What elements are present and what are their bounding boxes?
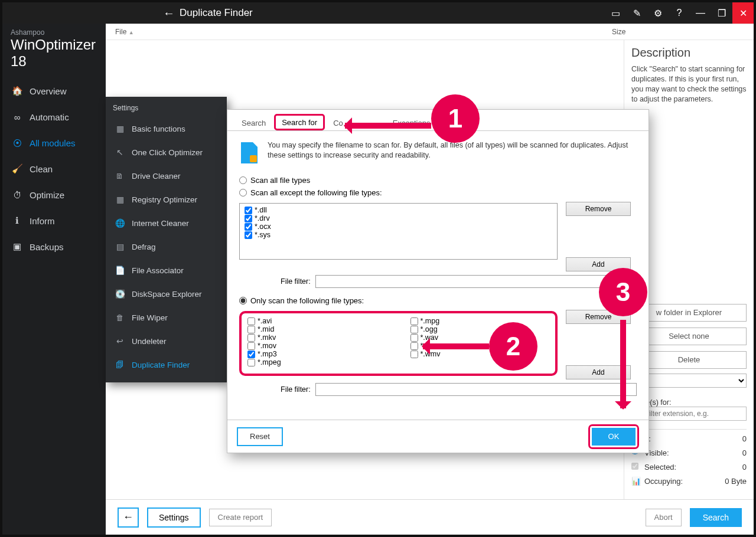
home-icon: 🏠: [12, 86, 22, 96]
inform-icon: ℹ: [12, 215, 22, 226]
module-label: Undeleter: [132, 337, 167, 346]
tab-search[interactable]: Search: [236, 115, 272, 130]
bottom-abort-button[interactable]: Abort: [646, 509, 682, 526]
sidebar-item-overview[interactable]: 🏠Overview: [2, 78, 106, 104]
defrag-icon: ▤: [114, 241, 126, 253]
automatic-icon: ∞: [12, 112, 22, 122]
radio-scan-except[interactable]: Scan all except the following file types…: [239, 188, 637, 197]
module-diskspace-explorer[interactable]: 💽DiskSpace Explorer: [106, 282, 227, 306]
modules-flyout: Settings ▦Basic functions ↖One Click Opt…: [106, 97, 227, 382]
dialog-reset-button[interactable]: Reset: [237, 427, 283, 446]
except-remove-button[interactable]: Remove: [566, 202, 631, 216]
sidebar: Ashampoo WinOptimizer 18 🏠Overview ∞Auto…: [2, 24, 106, 535]
module-one-click-optimizer[interactable]: ↖One Click Optimizer: [106, 140, 227, 164]
stat-visible-label: Visible:: [644, 448, 739, 457]
bottom-create-report-button[interactable]: Create report: [209, 509, 272, 526]
module-basic-functions[interactable]: ▦Basic functions: [106, 117, 227, 140]
module-undeleter[interactable]: ↩Undeleter: [106, 329, 227, 353]
only-filter-row: File filter:: [239, 383, 637, 396]
close-button[interactable]: ✕: [732, 2, 754, 24]
module-label: Defrag: [132, 243, 156, 251]
sidebar-item-all-modules[interactable]: ⦿All modules: [2, 130, 106, 156]
optimize-icon: ⏱: [12, 189, 22, 200]
sidebar-label: All modules: [30, 138, 76, 148]
svg-rect-0: [250, 155, 257, 162]
annotation-bubble-3: 3: [599, 268, 647, 316]
filter-label: File filter:: [281, 385, 311, 394]
cursor-icon: ↖: [114, 146, 126, 158]
disk-icon: 💽: [114, 288, 126, 300]
stat-d-label: d:: [644, 434, 739, 443]
radio-scan-only[interactable]: Only scan the following file types:: [239, 296, 637, 305]
module-file-wiper[interactable]: 🗑File Wiper: [106, 306, 227, 329]
module-duplicate-finder[interactable]: 🗐Duplicate Finder: [106, 353, 227, 376]
module-defrag[interactable]: ▤Defrag: [106, 235, 227, 258]
feedback-icon[interactable]: ▭: [605, 2, 626, 24]
stat-selected-label: Selected:: [644, 463, 739, 471]
module-label: File Associator: [132, 266, 184, 275]
dialog-ok-button[interactable]: OK: [592, 428, 636, 446]
module-label: One Click Optimizer: [132, 148, 203, 157]
settings-gear-icon[interactable]: ⚙: [647, 2, 669, 24]
notes-icon[interactable]: ✎: [626, 2, 647, 24]
sidebar-item-clean[interactable]: 🧹Clean: [2, 156, 106, 182]
module-internet-cleaner[interactable]: 🌐Internet Cleaner: [106, 211, 227, 235]
window-title: Duplicate Finder: [180, 7, 605, 19]
trash-icon: 🗑: [114, 312, 126, 323]
duplicate-icon: 🗐: [114, 359, 126, 371]
maximize-button[interactable]: ❐: [711, 2, 732, 24]
module-registry-optimizer[interactable]: ▦Registry Optimizer: [106, 188, 227, 211]
sidebar-label: Backups: [30, 242, 64, 252]
modules-icon: ⦿: [12, 137, 22, 148]
brand: Ashampoo WinOptimizer 18: [2, 24, 106, 78]
ok-highlight: OK: [588, 424, 639, 449]
description-title: Description: [631, 46, 747, 60]
annotation-bubble-1: 1: [431, 94, 480, 143]
stat-d-value: 0: [742, 434, 747, 443]
sidebar-label: Inform: [30, 216, 55, 226]
description-text: Click "Search" to start scanning for dup…: [631, 64, 747, 104]
sidebar-item-backups[interactable]: ▣Backups: [2, 234, 106, 260]
except-filter-input[interactable]: [315, 275, 637, 288]
file-assoc-icon: 📄: [114, 264, 126, 276]
bottom-back-button[interactable]: ←: [118, 507, 139, 528]
except-list[interactable]: *.dll *.drv *.ocx *.sys: [239, 203, 558, 260]
stat-occupying-icon: 📊: [631, 477, 641, 486]
sidebar-item-automatic[interactable]: ∞Automatic: [2, 104, 106, 130]
sidebar-label: Optimize: [30, 190, 64, 200]
module-label: Duplicate Finder: [132, 361, 190, 369]
stat-occupying-value: 0 Byte: [725, 477, 747, 486]
radio-scan-all[interactable]: Scan all file types: [239, 176, 637, 185]
module-label: DiskSpace Explorer: [132, 290, 202, 299]
settings-dialog: Search Search for Co Exceptions You may …: [227, 109, 649, 453]
module-label: Registry Optimizer: [132, 195, 197, 204]
stat-selected-icon: [631, 463, 641, 471]
filter-label: File filter:: [281, 277, 311, 286]
help-icon[interactable]: ?: [669, 2, 690, 24]
minimize-button[interactable]: —: [690, 2, 711, 24]
module-drive-cleaner[interactable]: 🗎Drive Cleaner: [106, 164, 227, 188]
bottom-settings-button[interactable]: Settings: [147, 507, 201, 528]
module-label: Internet Cleaner: [132, 219, 189, 228]
back-arrow[interactable]: ←: [158, 6, 180, 20]
only-filter-input[interactable]: [315, 383, 637, 396]
registry-icon: ▦: [114, 194, 126, 205]
sidebar-label: Clean: [30, 164, 53, 174]
module-file-associator[interactable]: 📄File Associator: [106, 258, 227, 282]
column-file[interactable]: File ▲: [115, 28, 612, 36]
tab-search-for[interactable]: Search for: [274, 114, 325, 130]
brand-big: WinOptimizer 18: [11, 37, 97, 70]
sidebar-item-inform[interactable]: ℹInform: [2, 208, 106, 234]
module-label: Basic functions: [132, 125, 185, 133]
dialog-info-text: You may specify the filename to scan for…: [268, 140, 637, 165]
stat-occupying-label: Occupying:: [644, 477, 721, 486]
flyout-header: Settings: [106, 101, 227, 117]
annotation-arrow-1: [345, 123, 431, 129]
globe-icon: 🌐: [114, 217, 126, 229]
bottom-search-button[interactable]: Search: [690, 508, 742, 527]
module-label: File Wiper: [132, 313, 168, 322]
backups-icon: ▣: [12, 241, 22, 252]
column-size[interactable]: Size: [612, 28, 754, 36]
sidebar-label: Automatic: [30, 112, 69, 122]
sidebar-item-optimize[interactable]: ⏱Optimize: [2, 182, 106, 208]
